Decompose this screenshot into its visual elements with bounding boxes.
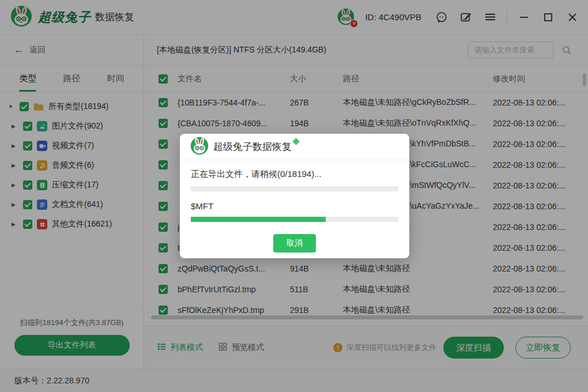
overall-progress-bar — [191, 186, 398, 191]
current-file-label: $MFT — [191, 201, 398, 211]
current-progress-bar — [191, 217, 398, 222]
sparkle-icon — [292, 138, 300, 145]
dialog-title: 超级兔子数据恢复 — [213, 140, 292, 153]
dialog-body: 正在导出文件，请稍候(0/18194)... $MFT 取消 — [180, 160, 409, 252]
dialog-rabbit-icon — [190, 137, 209, 157]
current-progress-fill — [191, 217, 326, 222]
export-status-text: 正在导出文件，请稍候(0/18194)... — [191, 169, 398, 180]
app-window: { "titlebar": { "brand_name": "超级兔子", "b… — [0, 0, 588, 392]
dialog-header: 超级兔子数据恢复 — [180, 134, 409, 160]
export-progress-dialog: 超级兔子数据恢复 正在导出文件，请稍候(0/18194)... $MFT 取消 — [180, 134, 409, 258]
cancel-button[interactable]: 取消 — [273, 234, 316, 252]
